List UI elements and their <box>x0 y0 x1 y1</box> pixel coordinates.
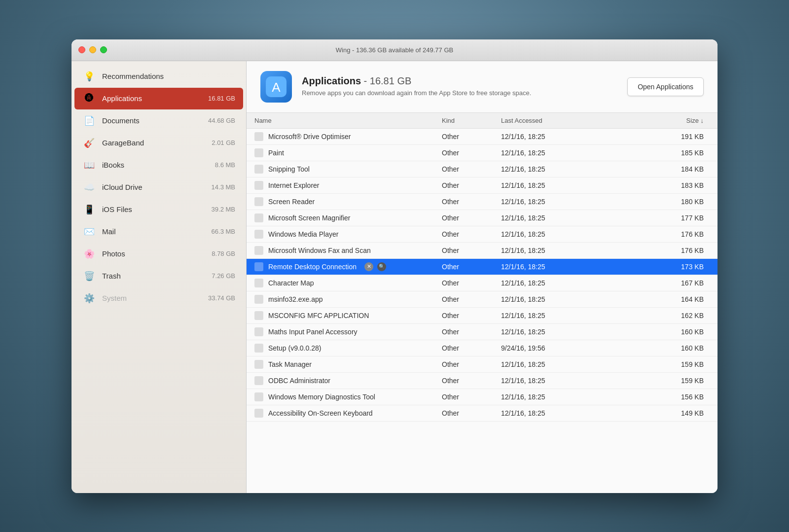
cell-name: Snipping Tool <box>247 161 434 177</box>
app-name-text: Microsoft® Drive Optimiser <box>268 133 351 141</box>
cell-accessed: 12/1/16, 18:25 <box>493 323 572 340</box>
search-icon[interactable]: 🔍 <box>377 262 386 271</box>
table-row[interactable]: Microsoft Screen MagnifierOther12/1/16, … <box>247 210 717 226</box>
sidebar-item-garageband[interactable]: 🎸GarageBand2.01 GB <box>74 132 243 154</box>
table-row[interactable]: ODBC AdministratorOther12/1/16, 18:25159… <box>247 372 717 389</box>
app-icon <box>254 165 263 174</box>
sidebar-size-trash: 7.26 GB <box>212 272 235 280</box>
cell-name: ODBC Administrator <box>247 372 434 389</box>
window-title: Wing - 136.36 GB available of 249.77 GB <box>336 46 453 54</box>
cell-name: Accessibility On-Screen Keyboard <box>247 405 434 421</box>
sidebar-item-recommendations[interactable]: 💡Recommendations <box>74 66 243 87</box>
col-size[interactable]: Size ↓ <box>572 113 717 129</box>
sidebar-icon-ios-files: 📱 <box>82 203 96 216</box>
svg-text:A: A <box>272 80 281 95</box>
cell-name: Setup (v9.0.0.28) <box>247 340 434 356</box>
app-icon <box>254 279 263 287</box>
cell-name: Microsoft Screen Magnifier <box>247 210 434 226</box>
table-row[interactable]: Setup (v9.0.0.28)Other9/24/16, 19:56160 … <box>247 340 717 356</box>
sidebar-icon-ibooks: 📖 <box>82 158 96 172</box>
col-accessed: Last Accessed <box>493 113 572 129</box>
table-row[interactable]: PaintOther12/1/16, 18:25185 KB <box>247 144 717 161</box>
sidebar-label-documents: Documents <box>102 116 202 125</box>
cell-name: Remote Desktop Connection✕🔍 <box>247 258 434 275</box>
cell-accessed: 12/1/16, 18:25 <box>493 128 572 144</box>
table-row[interactable]: Character MapOther12/1/16, 18:25167 KB <box>247 275 717 291</box>
table-row[interactable]: Windows Memory Diagnostics ToolOther12/1… <box>247 389 717 405</box>
cell-size: 159 KB <box>572 356 717 372</box>
app-name-text: Windows Media Player <box>268 230 338 238</box>
sidebar-icon-system: ⚙️ <box>82 291 96 305</box>
cell-size: 185 KB <box>572 144 717 161</box>
cell-size: 159 KB <box>572 372 717 389</box>
cell-kind: Other <box>434 128 493 144</box>
cell-size: 167 KB <box>572 275 717 291</box>
app-icon <box>254 327 263 336</box>
cell-size: 177 KB <box>572 210 717 226</box>
cell-name: Windows Media Player <box>247 226 434 242</box>
sidebar-size-mail: 66.3 MB <box>212 228 235 235</box>
minimize-button[interactable] <box>89 46 96 53</box>
sidebar-item-icloud-drive[interactable]: ☁️iCloud Drive14.3 MB <box>74 177 243 198</box>
sidebar-label-mail: Mail <box>102 227 206 236</box>
sidebar-item-applications[interactable]: 🅐Applications16.81 GB <box>74 88 243 109</box>
applications-table-container[interactable]: Name Kind Last Accessed Size ↓ Microsoft… <box>247 113 717 493</box>
app-name-text: Microsoft Screen Magnifier <box>268 214 351 222</box>
cell-kind: Other <box>434 372 493 389</box>
sidebar-size-documents: 44.68 GB <box>208 117 235 124</box>
cell-name: Windows Memory Diagnostics Tool <box>247 389 434 405</box>
cell-size: 180 KB <box>572 193 717 210</box>
cell-size: 164 KB <box>572 291 717 307</box>
table-row[interactable]: msinfo32.exe.appOther12/1/16, 18:25164 K… <box>247 291 717 307</box>
close-button[interactable] <box>78 46 85 53</box>
table-row[interactable]: Microsoft® Drive OptimiserOther12/1/16, … <box>247 128 717 144</box>
sidebar-item-system[interactable]: ⚙️System33.74 GB <box>74 287 243 309</box>
cell-kind: Other <box>434 144 493 161</box>
section-header: A Applications - 16.81 GB Remove apps yo… <box>247 61 717 113</box>
sidebar-item-trash[interactable]: 🗑️Trash7.26 GB <box>74 265 243 287</box>
cell-kind: Other <box>434 307 493 323</box>
table-row[interactable]: Windows Media PlayerOther12/1/16, 18:251… <box>247 226 717 242</box>
table-row[interactable]: MSCONFIG MFC APPLICATIONOther12/1/16, 18… <box>247 307 717 323</box>
sidebar-item-photos[interactable]: 🌸Photos8.78 GB <box>74 243 243 265</box>
app-icon <box>254 344 263 353</box>
table-row[interactable]: Task ManagerOther12/1/16, 18:25159 KB <box>247 356 717 372</box>
table-row[interactable]: Microsoft Windows Fax and ScanOther12/1/… <box>247 242 717 258</box>
cell-size: 160 KB <box>572 340 717 356</box>
cell-kind: Other <box>434 405 493 421</box>
sidebar-item-mail[interactable]: ✉️Mail66.3 MB <box>74 221 243 243</box>
cell-size: 173 KB <box>572 258 717 275</box>
titlebar: Wing - 136.36 GB available of 249.77 GB <box>72 39 717 61</box>
sidebar-size-photos: 8.78 GB <box>212 250 235 257</box>
sidebar-label-garageband: GarageBand <box>102 139 206 147</box>
table-row[interactable]: Remote Desktop Connection✕🔍Other12/1/16,… <box>247 258 717 275</box>
delete-icon[interactable]: ✕ <box>364 262 373 271</box>
app-icon <box>254 392 263 401</box>
sidebar-label-ios-files: iOS Files <box>102 205 206 213</box>
open-applications-button[interactable]: Open Applications <box>627 77 704 96</box>
sidebar-size-ios-files: 39.2 MB <box>212 206 235 213</box>
cell-name: Paint <box>247 144 434 161</box>
table-row[interactable]: Internet ExplorerOther12/1/16, 18:25183 … <box>247 177 717 193</box>
cell-accessed: 9/24/16, 19:56 <box>493 340 572 356</box>
cell-accessed: 12/1/16, 18:25 <box>493 161 572 177</box>
app-icon <box>254 376 263 385</box>
table-row[interactable]: Accessibility On-Screen KeyboardOther12/… <box>247 405 717 421</box>
cell-name: MSCONFIG MFC APPLICATION <box>247 307 434 323</box>
sidebar-item-documents[interactable]: 📄Documents44.68 GB <box>74 110 243 132</box>
applications-table: Name Kind Last Accessed Size ↓ Microsoft… <box>247 113 717 422</box>
cell-accessed: 12/1/16, 18:25 <box>493 144 572 161</box>
app-name-text: Screen Reader <box>268 198 315 206</box>
table-header: Name Kind Last Accessed Size ↓ <box>247 113 717 129</box>
cell-accessed: 12/1/16, 18:25 <box>493 372 572 389</box>
table-row[interactable]: Screen ReaderOther12/1/16, 18:25180 KB <box>247 193 717 210</box>
app-name-text: Snipping Tool <box>268 165 310 173</box>
cell-name: Microsoft® Drive Optimiser <box>247 128 434 144</box>
table-row[interactable]: Snipping ToolOther12/1/16, 18:25184 KB <box>247 161 717 177</box>
sidebar-item-ios-files[interactable]: 📱iOS Files39.2 MB <box>74 199 243 220</box>
sidebar-icon-documents: 📄 <box>82 114 96 128</box>
sidebar-item-ibooks[interactable]: 📖iBooks8.6 MB <box>74 154 243 176</box>
table-row[interactable]: Maths Input Panel AccessoryOther12/1/16,… <box>247 323 717 340</box>
app-icon <box>254 213 263 222</box>
maximize-button[interactable] <box>100 46 107 53</box>
